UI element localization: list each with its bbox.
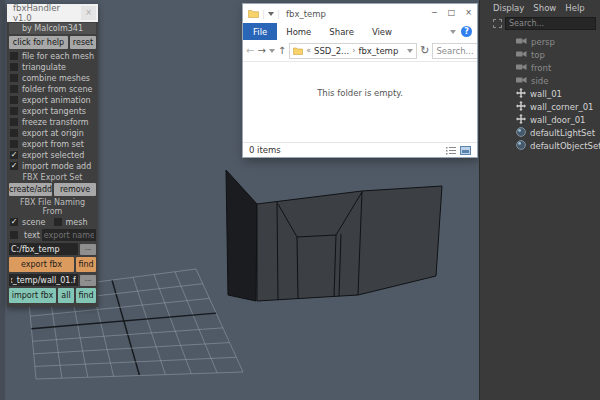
mesh-checkbox-label: mesh (66, 218, 88, 227)
scene-checkbox-box[interactable]: ✓ (10, 218, 18, 226)
tab-view[interactable]: View (363, 23, 401, 40)
checkbox[interactable] (10, 74, 18, 82)
checkbox[interactable] (10, 63, 18, 71)
outliner-item-label: wall_door_01 (530, 115, 586, 125)
maya-window: fbxHandler v1.0 × by Malcolm341 click fo… (0, 0, 600, 400)
outliner-item-wall_door_01[interactable]: wall_door_01 (480, 113, 600, 126)
checkbox-label: export tangents (22, 107, 86, 116)
import-find-button[interactable]: find (76, 288, 96, 303)
set-icon (516, 140, 526, 152)
export-name-field[interactable] (42, 229, 96, 241)
quick-access-caret-icon[interactable] (268, 12, 274, 16)
breadcrumb-collapse[interactable]: « (306, 46, 311, 55)
export-path-field[interactable] (9, 243, 78, 255)
checkbox[interactable] (10, 129, 18, 137)
wall-front-faces (257, 186, 442, 301)
outliner-item-wall_corner_01[interactable]: wall_corner_01 (480, 100, 600, 113)
tab-file[interactable]: File (243, 23, 277, 40)
checkbox-row[interactable]: freeze transform (9, 117, 96, 127)
up-icon[interactable]: ↑ (278, 46, 286, 56)
checkbox-row[interactable]: ✓import mode add (9, 161, 96, 171)
checkbox[interactable] (10, 107, 18, 115)
outliner-list: persptopfrontsidewall_01wall_corner_01wa… (480, 32, 600, 152)
close-icon[interactable]: × (460, 5, 477, 22)
address-dropdown-icon[interactable] (407, 49, 413, 53)
outliner-item-wall_01[interactable]: wall_01 (480, 87, 600, 100)
search-input[interactable]: Search... (432, 43, 478, 59)
checkbox-label: export animation (22, 96, 91, 105)
menu-display[interactable]: Display (493, 3, 524, 13)
recent-locations-caret-icon[interactable] (269, 49, 275, 53)
checkbox-row[interactable]: folder from scene (9, 84, 96, 94)
fbxhandler-titlebar[interactable]: fbxHandler v1.0 × (7, 4, 98, 22)
checkbox-row[interactable]: export from set (9, 139, 96, 149)
explorer-statusbar: 0 items (243, 142, 477, 157)
ribbon-expand-icon[interactable] (450, 30, 456, 34)
address-box[interactable]: « SSD_2... › fbx_temp (289, 43, 417, 59)
explorer-titlebar[interactable]: | | fbx_temp ─ □ × (243, 4, 477, 23)
remove-button[interactable]: remove (54, 183, 96, 196)
scene-checkbox[interactable]: ✓ scene (9, 218, 53, 227)
checkbox[interactable]: ✓ (10, 162, 18, 170)
checkbox[interactable] (10, 85, 18, 93)
menu-show[interactable]: Show (533, 3, 556, 13)
checkbox[interactable] (10, 96, 18, 104)
outliner-item-front[interactable]: front (480, 61, 600, 74)
maximize-icon[interactable]: □ (443, 5, 460, 22)
close-icon[interactable]: × (81, 6, 96, 20)
outliner-item-persp[interactable]: persp (480, 35, 600, 48)
checkbox-row[interactable]: ✓export selected (9, 150, 96, 160)
outliner-item-side[interactable]: side (480, 74, 600, 87)
checkbox-row[interactable]: combine meshes (9, 73, 96, 83)
checkbox-row[interactable]: file for each mesh (9, 51, 96, 61)
text-checkbox-box[interactable] (10, 231, 18, 239)
camera-icon (516, 50, 527, 60)
transform-icon (516, 114, 526, 126)
outliner-item-label: persp (531, 37, 555, 47)
export-fbx-button[interactable]: export fbx (9, 257, 74, 272)
mesh-checkbox[interactable]: mesh (53, 218, 97, 227)
outliner-item-label: front (531, 63, 551, 73)
import-all-button[interactable]: all (58, 288, 74, 303)
checkbox[interactable] (10, 118, 18, 126)
details-view-icon[interactable] (446, 146, 456, 155)
create-add-button[interactable]: create/add (9, 183, 52, 196)
folder-icon (293, 47, 303, 55)
tab-home[interactable]: Home (277, 23, 320, 40)
outliner-item-top[interactable]: top (480, 48, 600, 61)
naming-header: FBX File Naming From (9, 198, 96, 216)
breadcrumb-folder[interactable]: fbx_temp (358, 46, 398, 56)
explorer-file-area[interactable]: This folder is empty. (243, 62, 477, 142)
reset-button[interactable]: reset (70, 36, 96, 49)
refresh-icon[interactable]: ↻ (420, 45, 429, 56)
import-fbx-button[interactable]: import fbx (9, 288, 56, 303)
menu-help[interactable]: Help (565, 3, 584, 13)
forward-icon[interactable]: → (257, 46, 265, 56)
checkbox-label: export at origin (22, 129, 84, 138)
checkbox-row[interactable]: export at origin (9, 128, 96, 138)
outliner-search-input[interactable] (505, 17, 596, 30)
help-button[interactable]: click for help (9, 36, 68, 49)
checkbox[interactable] (10, 52, 18, 60)
outliner-item-defaultObjectSet[interactable]: defaultObjectSet (480, 139, 600, 152)
export-path-browse-button[interactable]: ... (80, 244, 96, 255)
thumbnail-view-icon[interactable] (460, 146, 471, 155)
fbx-export-set-header: FBX Export Set (9, 173, 96, 182)
checkbox-row[interactable]: triangulate (9, 62, 96, 72)
tab-share[interactable]: Share (320, 23, 363, 40)
checkbox-row[interactable]: export animation (9, 95, 96, 105)
export-find-button[interactable]: find (76, 257, 96, 272)
checkbox[interactable] (10, 140, 18, 148)
filter-icon[interactable] (493, 19, 502, 28)
minimize-icon[interactable]: ─ (426, 5, 443, 22)
back-icon[interactable]: ← (246, 46, 254, 56)
help-icon[interactable]: ? (461, 26, 472, 37)
outliner-item-label: wall_corner_01 (530, 102, 594, 112)
mesh-checkbox-box[interactable] (54, 218, 62, 226)
import-file-browse-button[interactable]: ... (80, 275, 96, 286)
checkbox-row[interactable]: export tangents (9, 106, 96, 116)
checkbox[interactable]: ✓ (10, 151, 18, 159)
import-file-field[interactable] (9, 274, 78, 286)
outliner-item-defaultLightSet[interactable]: defaultLightSet (480, 126, 600, 139)
breadcrumb-drive[interactable]: SSD_2... (314, 46, 349, 56)
